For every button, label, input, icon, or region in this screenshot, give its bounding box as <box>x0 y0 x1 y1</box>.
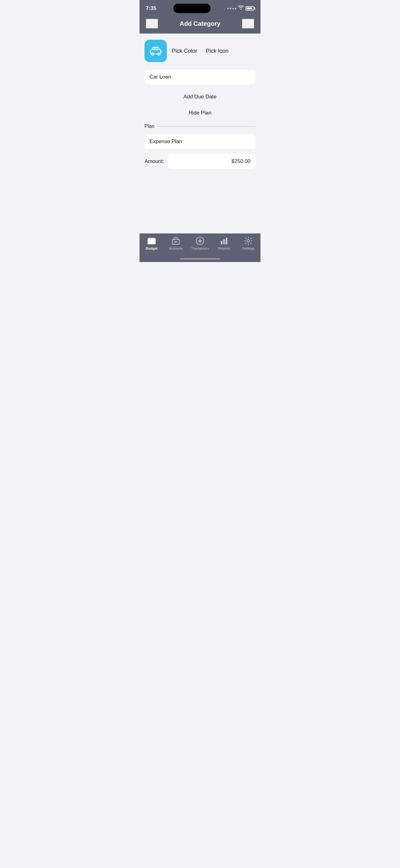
reports-tab-label: Reports <box>218 247 230 250</box>
reports-icon <box>220 237 229 245</box>
confirm-button[interactable]: ✓ <box>242 19 254 29</box>
svg-rect-0 <box>151 50 161 54</box>
svg-rect-3 <box>150 51 151 53</box>
status-bar: 7:35 <box>139 0 261 16</box>
icon-actions: Pick Color Pick Icon <box>172 48 229 54</box>
transaction-tab-label: Transaction <box>191 247 209 250</box>
plan-input-container <box>144 134 256 149</box>
home-indicator <box>139 256 261 262</box>
home-indicator-bar <box>180 258 220 259</box>
nav-bar: ← Add Category ✓ <box>139 16 261 34</box>
svg-rect-8 <box>151 241 152 242</box>
amount-label: Amount: <box>144 158 164 164</box>
settings-tab-label: Settings <box>242 247 255 250</box>
plan-label: Plan <box>144 124 155 129</box>
budget-icon <box>147 237 156 245</box>
plan-section-divider: Plan <box>144 124 256 129</box>
tab-accounts[interactable]: Accounts <box>167 237 185 250</box>
battery-icon <box>245 6 254 10</box>
budget-tab-label: Budget <box>146 247 158 250</box>
category-name-container <box>144 69 256 85</box>
svg-rect-5 <box>154 48 158 50</box>
divider-line <box>158 126 256 127</box>
pick-color-button[interactable]: Pick Color <box>172 48 197 54</box>
amount-input[interactable] <box>173 158 251 164</box>
hide-plan-button[interactable]: Hide Plan <box>144 105 256 120</box>
amount-row: Amount: <box>144 154 256 169</box>
svg-rect-15 <box>221 241 222 244</box>
icon-row: Pick Color Pick Icon <box>144 40 256 62</box>
main-content: Pick Color Pick Icon Add Due Date Hide P… <box>139 34 261 234</box>
wifi-icon <box>238 6 244 11</box>
status-time: 7:35 <box>146 5 156 11</box>
plan-name-input[interactable] <box>149 138 251 145</box>
status-icons <box>227 6 254 11</box>
svg-rect-16 <box>223 239 225 244</box>
tab-bar: Budget Accounts Transaction <box>139 234 261 256</box>
transaction-icon <box>196 237 204 245</box>
tab-transaction[interactable]: Transaction <box>191 237 209 250</box>
page-title: Add Category <box>179 20 220 27</box>
accounts-icon <box>171 237 180 245</box>
pick-icon-button[interactable]: Pick Icon <box>206 48 229 54</box>
add-due-date-button[interactable]: Add Due Date <box>144 89 256 104</box>
svg-rect-4 <box>160 51 162 53</box>
amount-input-container <box>168 154 256 169</box>
category-icon[interactable] <box>144 40 167 62</box>
category-name-input[interactable] <box>149 74 251 80</box>
accounts-tab-label: Accounts <box>169 247 182 250</box>
back-button[interactable]: ← <box>146 19 158 29</box>
signal-dots <box>227 8 236 9</box>
tab-reports[interactable]: Reports <box>215 237 233 250</box>
notch <box>173 4 210 13</box>
tab-settings[interactable]: Settings <box>239 237 258 250</box>
tab-budget[interactable]: Budget <box>142 237 161 250</box>
car-icon <box>149 44 162 57</box>
settings-icon <box>244 237 253 245</box>
svg-rect-7 <box>149 241 150 242</box>
svg-point-18 <box>247 240 249 242</box>
svg-rect-17 <box>226 238 227 244</box>
